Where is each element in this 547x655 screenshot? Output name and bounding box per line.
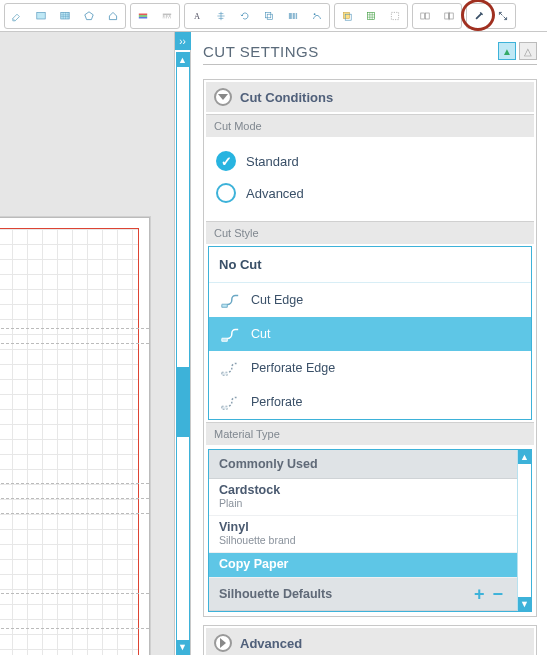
cut-conditions-section: Cut Conditions Cut Mode Standard Advance… [203, 79, 537, 617]
svg-rect-16 [391, 12, 398, 19]
perforate-edge-icon [219, 358, 241, 378]
layer-icon[interactable] [335, 4, 359, 28]
material-scrollbar[interactable]: ▲ ▼ [517, 450, 531, 611]
radio-label: Standard [246, 154, 299, 169]
eraser-icon[interactable] [5, 4, 29, 28]
pixel-grid-icon[interactable] [359, 4, 383, 28]
cut-icon [219, 324, 241, 344]
svg-rect-11 [267, 14, 272, 19]
cut-edge-icon [219, 290, 241, 310]
svg-marker-2 [85, 11, 93, 19]
radio-checked-icon [216, 151, 236, 171]
bounding-icon[interactable] [383, 4, 407, 28]
cut-style-nocut[interactable]: No Cut [209, 247, 531, 283]
cut-conditions-label: Cut Conditions [240, 90, 333, 105]
material-type-list: Commonly Used Cardstock Plain Vinyl Silh… [209, 450, 517, 611]
svg-rect-0 [37, 12, 45, 19]
barcode-icon[interactable] [281, 4, 305, 28]
radio-label: Advanced [246, 186, 304, 201]
text-icon[interactable]: A [185, 4, 209, 28]
dashes-icon[interactable] [155, 4, 179, 28]
cut-conditions-header[interactable]: Cut Conditions [206, 82, 534, 112]
panel-title: CUT SETTINGS [203, 43, 495, 60]
scroll-down-icon[interactable]: ▼ [518, 597, 531, 611]
advanced-header[interactable]: Advanced [206, 628, 534, 655]
collapse-handle[interactable]: ›› [175, 32, 191, 50]
cut-style-perforate[interactable]: Perforate [209, 385, 531, 419]
cut-settings-panel: CUT SETTINGS ▲ △ Cut Conditions Cut Mode… [191, 32, 547, 655]
style-label: Cut Edge [251, 293, 303, 307]
svg-rect-19 [445, 13, 449, 19]
home-icon[interactable] [101, 4, 125, 28]
design-canvas[interactable] [0, 32, 175, 655]
cut-style-perforate-edge[interactable]: Perforate Edge [209, 351, 531, 385]
svg-rect-15 [367, 12, 374, 19]
material-vinyl[interactable]: Vinyl Silhouette brand [209, 516, 517, 553]
panel-warning-icon[interactable]: △ [519, 42, 537, 60]
svg-rect-20 [450, 13, 454, 19]
material-remove-button[interactable]: − [492, 587, 503, 601]
expand-icon[interactable] [491, 4, 515, 28]
crop-icon[interactable] [257, 4, 281, 28]
material-group-silhouette-defaults[interactable]: Silhouette Defaults + − [209, 578, 517, 611]
style-label: Perforate Edge [251, 361, 335, 375]
chevron-down-icon [214, 88, 232, 106]
flip-v-icon[interactable] [437, 4, 461, 28]
style-label: Cut [251, 327, 270, 341]
cut-mode-standard[interactable]: Standard [212, 145, 528, 177]
cut-style-list: No Cut Cut Edge Cut [208, 246, 532, 420]
svg-rect-13 [343, 12, 349, 18]
cut-style-cut[interactable]: Cut [209, 317, 531, 351]
canvas-scrollbar[interactable]: ▲ ▼ [176, 52, 190, 655]
page-icon[interactable] [29, 4, 53, 28]
material-add-button[interactable]: + [474, 587, 485, 601]
advanced-section: Advanced [203, 625, 537, 655]
flip-h-icon[interactable] [413, 4, 437, 28]
line-style-icon[interactable] [131, 4, 155, 28]
scroll-up-icon[interactable]: ▲ [177, 53, 189, 67]
material-type-subheader: Material Type [206, 422, 534, 445]
grid-page-icon[interactable] [53, 4, 77, 28]
cut-mode-advanced[interactable]: Advanced [212, 177, 528, 209]
blade-icon[interactable] [467, 4, 491, 28]
perforate-icon [219, 392, 241, 412]
cut-mode-subheader: Cut Mode [206, 114, 534, 137]
material-cardstock[interactable]: Cardstock Plain [209, 479, 517, 516]
scroll-up-icon[interactable]: ▲ [518, 450, 531, 464]
cutting-mat [0, 217, 150, 655]
rotate-icon[interactable] [233, 4, 257, 28]
material-copy-paper[interactable]: Copy Paper [209, 553, 517, 578]
svg-rect-10 [265, 12, 270, 17]
cut-style-cut-edge[interactable]: Cut Edge [209, 283, 531, 317]
panel-collapse-up-icon[interactable]: ▲ [498, 42, 516, 60]
material-group-commonly-used[interactable]: Commonly Used [209, 450, 517, 479]
align-center-icon[interactable] [209, 4, 233, 28]
sketch-icon[interactable] [305, 4, 329, 28]
scroll-down-icon[interactable]: ▼ [177, 640, 189, 654]
radio-unchecked-icon [216, 183, 236, 203]
svg-point-12 [314, 13, 316, 15]
svg-rect-17 [421, 13, 425, 19]
chevron-right-icon [214, 634, 232, 652]
advanced-label: Advanced [240, 636, 302, 651]
svg-rect-18 [426, 13, 430, 19]
style-label: Perforate [251, 395, 302, 409]
svg-text:A: A [194, 12, 200, 21]
panel-splitter[interactable]: ›› ▲ ▼ [175, 32, 191, 655]
cut-style-subheader: Cut Style [206, 221, 534, 244]
polygon-icon[interactable] [77, 4, 101, 28]
top-toolbar: A [0, 0, 547, 32]
